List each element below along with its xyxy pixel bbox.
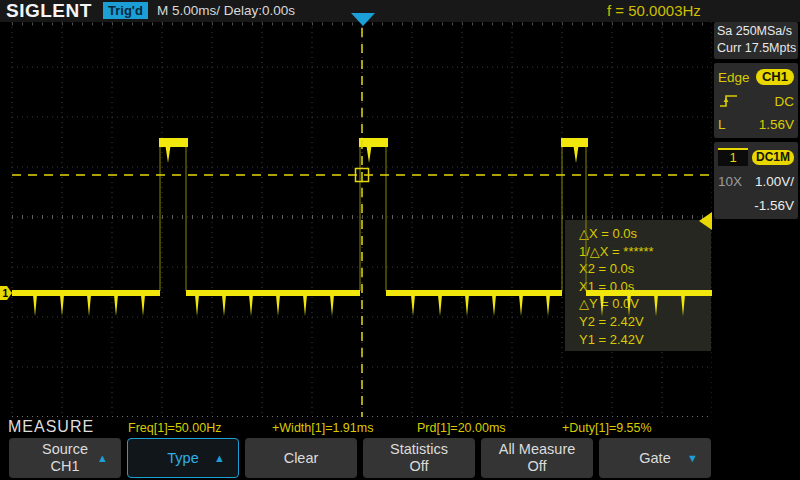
- menu-button-label: Source: [42, 441, 88, 458]
- timebase-readout[interactable]: M 5.00ms/ Delay:0.00s: [157, 3, 295, 18]
- cursor-inv-delta-x: 1/△X = ******: [565, 243, 711, 261]
- measure-bar: MEASURE Freq[1]=50.00Hz +Width[1]=1.91ms…: [0, 417, 712, 436]
- cursor-delta-y: △Y = 0.0V: [565, 295, 711, 313]
- sample-rate-readout: Sa 250MSa/s: [717, 23, 798, 40]
- cursor-y1: Y1 = 2.42V: [565, 331, 711, 349]
- measurement-pduty: +Duty[1]=9.55%: [562, 421, 652, 435]
- measurement-freq: Freq[1]=50.00Hz: [128, 421, 221, 435]
- measure-title: MEASURE: [8, 418, 94, 436]
- menu-button-all-measure[interactable]: All Measure Off: [481, 438, 593, 478]
- menu-button-label: Type: [167, 450, 198, 467]
- trigger-mode-label: Edge: [718, 70, 750, 85]
- down-arrow-icon: ▼: [687, 453, 698, 464]
- channel1-info-panel[interactable]: 1 DC1M 10X 1.00V/ -1.56V: [714, 142, 798, 219]
- siglent-logo: SIGLENT: [6, 0, 92, 22]
- channel-number-cell: 1: [718, 148, 748, 166]
- channel-coupling-badge: DC1M: [752, 150, 794, 165]
- menu-button-gate[interactable]: Gate ▼: [599, 438, 711, 478]
- menu-button-statistics[interactable]: Statistics Off: [363, 438, 475, 478]
- measurement-period: Prd[1]=20.00ms: [417, 421, 506, 435]
- menu-button-clear[interactable]: Clear: [245, 438, 357, 478]
- acquisition-info-panel: Sa 250MSa/s Curr 17.5Mpts: [714, 22, 798, 59]
- up-arrow-icon: ▲: [97, 453, 108, 464]
- up-arrow-icon: ▲: [214, 453, 225, 464]
- cursor-x2: X2 = 0.0s: [565, 260, 711, 278]
- menu-button-label: Statistics: [390, 441, 448, 458]
- trigger-level-value: 1.56V: [759, 117, 794, 132]
- menu-button-sublabel: Off: [527, 458, 546, 475]
- trigger-coupling-label: DC: [775, 94, 795, 109]
- right-sidebar: Sa 250MSa/s Curr 17.5Mpts Edge CH1 DC L …: [712, 22, 800, 417]
- rising-edge-icon: [718, 93, 740, 109]
- cursor-delta-x: △X = 0.0s: [565, 225, 711, 243]
- oscilloscope-screen: SIGLENT Trig'd M 5.00ms/ Delay:0.00s f =…: [0, 0, 800, 480]
- channel-offset: -1.56V: [754, 198, 794, 213]
- menu-button-sublabel: CH1: [50, 458, 79, 475]
- trigger-level-label: L: [718, 117, 726, 132]
- menu-button-label: All Measure: [499, 441, 576, 458]
- cursor-x1: X1 = 0.0s: [565, 278, 711, 296]
- probe-attenuation: 10X: [718, 174, 742, 189]
- menu-button-source[interactable]: Source CH1 ▲: [9, 438, 121, 478]
- menu-button-label: Clear: [284, 450, 319, 467]
- trigger-status-badge[interactable]: Trig'd: [103, 2, 148, 19]
- softkey-menu: Source CH1 ▲ Type ▲ Clear Statistics Off…: [0, 436, 800, 480]
- header-bar: SIGLENT Trig'd M 5.00ms/ Delay:0.00s f =…: [0, 0, 800, 22]
- menu-button-label: Gate: [639, 450, 670, 467]
- measurement-pwidth: +Width[1]=1.91ms: [272, 421, 373, 435]
- frequency-counter-readout: f = 50.0003Hz: [607, 2, 701, 19]
- cursor-readout-panel: △X = 0.0s 1/△X = ****** X2 = 0.0s X1 = 0…: [565, 220, 711, 351]
- volts-per-div: 1.00V/: [755, 174, 794, 189]
- menu-button-sublabel: Off: [409, 458, 428, 475]
- trigger-source-badge: CH1: [756, 69, 794, 85]
- menu-button-type[interactable]: Type ▲: [127, 438, 239, 478]
- memory-depth-readout: Curr 17.5Mpts: [717, 40, 798, 57]
- trigger-info-panel[interactable]: Edge CH1 DC L 1.56V: [714, 63, 798, 138]
- cursor-y2: Y2 = 2.42V: [565, 313, 711, 331]
